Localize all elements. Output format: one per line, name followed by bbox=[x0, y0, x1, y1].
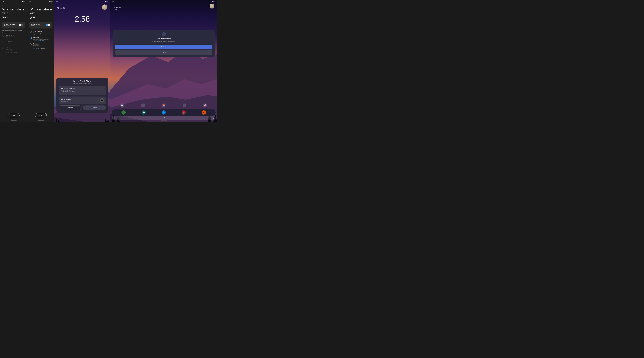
no-thanks-button[interactable]: No thanks bbox=[58, 106, 82, 110]
page-title-2: Who can share withyou bbox=[27, 7, 54, 21]
qs-card-share[interactable]: Who can share with you Devices signed in… bbox=[58, 86, 106, 95]
checkbox-row-2: Only for 10 minutes bbox=[27, 47, 54, 50]
wifi-icon-3: ▾ bbox=[105, 1, 106, 2]
status-bar-3: 2:58 ▾ 88% bbox=[54, 0, 110, 3]
radio-contacts-1 bbox=[2, 41, 4, 43]
qs-card-sub-1: Devices signed into@gmail.com can share … bbox=[61, 90, 76, 94]
google-logo-icon: G bbox=[114, 117, 115, 119]
option-everyone-2[interactable]: Everyone Anyone nearby bbox=[27, 42, 54, 47]
quick-share-sheet: Set up Quick Share Choose your account a… bbox=[56, 78, 108, 113]
option-contacts-2[interactable]: Contacts Only your contacts with a Googl… bbox=[27, 36, 54, 42]
toggle-visible-2[interactable] bbox=[46, 24, 50, 27]
checkbox-row-1: Only for 10 minutes bbox=[0, 51, 27, 54]
calendar-icon: 📅 bbox=[162, 104, 166, 107]
toggle-row-1[interactable]: Visible to nearby devices bbox=[2, 22, 25, 29]
radio-your-devices-2 bbox=[30, 31, 32, 33]
done-button-2[interactable]: Done bbox=[35, 113, 47, 117]
page-title-1: Who can share withyou bbox=[0, 7, 27, 21]
option-title-everyone-1: Everyone bbox=[6, 47, 13, 49]
continue-button[interactable]: Continue bbox=[83, 106, 106, 110]
dock-phone[interactable]: 📞 bbox=[122, 110, 126, 115]
panel-1-who-can-share-off: 2:57 ▾ 88% ← Who can share withyou Visib… bbox=[0, 0, 27, 122]
app-assistant[interactable]: ✦ Assistant bbox=[141, 104, 145, 108]
toggle-visible-1[interactable] bbox=[19, 24, 23, 27]
bottom-bar-4 bbox=[161, 120, 167, 121]
option-title-everyone-2: Everyone bbox=[33, 43, 40, 45]
dock-messages[interactable]: 💬 bbox=[142, 110, 146, 115]
chevron-icon-1: › bbox=[104, 90, 104, 91]
checkbox-10min-2[interactable] bbox=[33, 48, 35, 49]
tasks-icon: ✓ bbox=[182, 104, 186, 107]
checkbox-label-1: Only for 10 minutes bbox=[8, 52, 18, 53]
option-contacts-1[interactable]: Contacts Only your contacts with a Googl… bbox=[0, 40, 27, 46]
option-sub-2: Only devices signed in to @gmail.com bbox=[33, 32, 52, 35]
status-bar-2: 2:57 ▾ 88% bbox=[27, 0, 54, 3]
home-dock: 📞 💬 🌐 📷 ▶ bbox=[112, 109, 216, 116]
panel-3-quick-share-setup: 2:58 ▾ 88% Fri, Mar 29 26°C 2:58 Set up … bbox=[54, 0, 110, 122]
status-bar-4: 2:58 ▾ 88% bbox=[110, 0, 217, 3]
helper-text-1: No one can share with you until you make… bbox=[0, 29, 27, 33]
qs-sub: Choose your account and privacy settings bbox=[58, 83, 106, 84]
battery-2: 88% bbox=[50, 1, 52, 2]
option-your-devices-2[interactable]: Your devices Only devices signed in to @… bbox=[27, 29, 54, 36]
qs-title: Set up Quick Share bbox=[58, 80, 106, 82]
bluetooth-dialog: ⟳ Turn on Bluetooth To use Quick Share, … bbox=[113, 30, 215, 57]
option-sub-1: Only devices signed in to @gmail.com bbox=[6, 36, 25, 38]
lens-icon[interactable]: ⊙ bbox=[212, 117, 214, 119]
avatar-device: 🏔 bbox=[100, 98, 104, 103]
time-2: 2:57 bbox=[29, 1, 31, 2]
time-4: 2:58 bbox=[112, 1, 114, 2]
gmail-icon: 📧 bbox=[120, 104, 124, 107]
option-title-2: Your devices bbox=[33, 31, 52, 32]
battery-1: 88% bbox=[23, 1, 25, 2]
dock-camera[interactable]: 📷 bbox=[182, 110, 186, 115]
battery-4: 88% bbox=[213, 1, 215, 2]
app-row: 📧 Gmail ✦ Assistant 📅 Calendar ✓ Tasks 🌸… bbox=[112, 104, 216, 108]
option-title-1: Your devices bbox=[6, 35, 25, 36]
toggle-label-2: Visible to nearby devices bbox=[31, 24, 46, 27]
option-sub-contacts-2: Only your contacts with a Google Account… bbox=[33, 39, 52, 41]
back-button-1[interactable]: ← bbox=[0, 3, 27, 7]
wifi-icon-1: ▾ bbox=[22, 1, 23, 2]
bottom-bar-3 bbox=[79, 120, 85, 120]
lock-temp-3: 26°C bbox=[54, 10, 110, 11]
qs-card-title-2: How you'll appear bbox=[61, 99, 71, 100]
qs-card-appear[interactable]: How you'll appear Namerah's Pixel 8 🏔 bbox=[58, 97, 106, 104]
radio-everyone-1 bbox=[2, 47, 4, 49]
app-tasks[interactable]: ✓ Tasks bbox=[182, 104, 186, 108]
option-sub-everyone-1: Anyone nearby bbox=[6, 49, 13, 50]
wifi-icon-4: ▾ bbox=[212, 1, 213, 2]
option-title-contacts-2: Contacts bbox=[33, 37, 52, 39]
panel-4-home-bluetooth: 2:58 ▾ 88% Fri, Mar 29 🌙 26°C ⟳ Turn on … bbox=[110, 0, 217, 122]
toggle-row-2[interactable]: Visible to nearby devices bbox=[29, 22, 52, 29]
wifi-icon-2: ▾ bbox=[49, 1, 50, 2]
lock-date-3: Fri, Mar 29 bbox=[54, 3, 110, 10]
radio-contacts-2 bbox=[30, 37, 32, 39]
checkbox-10min-1[interactable] bbox=[6, 52, 8, 53]
bt-title: Turn on Bluetooth bbox=[115, 38, 212, 40]
dock-play[interactable]: ▶ bbox=[202, 110, 206, 115]
bottom-bar-2 bbox=[38, 120, 44, 121]
cancel-button[interactable]: Cancel bbox=[115, 50, 212, 55]
dock-chrome[interactable]: 🌐 bbox=[162, 110, 166, 115]
status-bar-1: 2:57 ▾ 88% bbox=[0, 0, 27, 3]
bt-desc: To use Quick Share, Bluetooth needs to b… bbox=[115, 41, 212, 43]
home-date: Fri, Mar 29 bbox=[110, 3, 217, 9]
panel-2-who-can-share-on: 2:57 ▾ 88% ← Who can share withyou Visib… bbox=[27, 0, 54, 122]
option-your-devices-1[interactable]: Your devices Only devices signed in to @… bbox=[0, 33, 27, 40]
radio-your-devices-1 bbox=[2, 35, 4, 37]
microphone-icon[interactable]: 🎤 bbox=[163, 117, 165, 119]
qs-card-title-1: Who can share with you bbox=[61, 88, 76, 89]
app-gmail[interactable]: 📧 Gmail bbox=[120, 104, 124, 108]
option-everyone-1[interactable]: Everyone Anyone nearby bbox=[0, 46, 27, 51]
app-calendar[interactable]: 📅 Calendar bbox=[162, 104, 166, 108]
option-sub-everyone-2: Anyone nearby bbox=[33, 45, 40, 46]
done-button-1[interactable]: Done bbox=[8, 113, 20, 117]
turn-on-button[interactable]: Turn on bbox=[115, 45, 212, 49]
google-search-bar[interactable]: G 🎤 ⊙ bbox=[112, 116, 216, 120]
lock-time-3: 2:58 bbox=[54, 14, 110, 24]
back-button-2[interactable]: ← bbox=[27, 3, 54, 7]
option-title-contacts-1: Contacts bbox=[6, 41, 25, 42]
app-photos[interactable]: 🌸 Photos bbox=[203, 104, 207, 108]
assistant-icon: ✦ bbox=[141, 104, 145, 107]
